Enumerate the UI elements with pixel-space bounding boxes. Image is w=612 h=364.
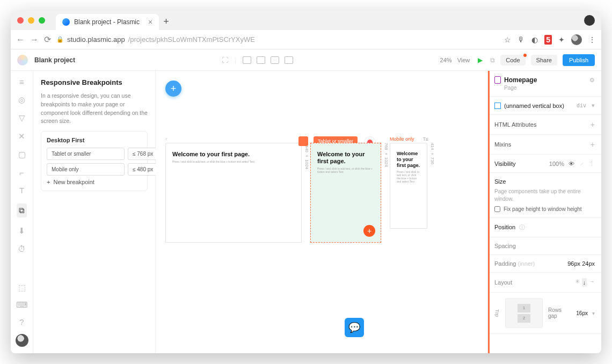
element-tag[interactable]: div xyxy=(577,103,586,108)
puzzle-icon[interactable]: ✦ xyxy=(558,35,565,44)
accent-bar xyxy=(488,71,490,353)
zoom-window-icon[interactable] xyxy=(39,17,45,24)
panel-title: Responsive Breakpoints xyxy=(41,78,148,86)
new-breakpoint-button[interactable]: + New breakpoint xyxy=(47,179,142,185)
download-icon[interactable]: ⬇ xyxy=(18,226,25,236)
page-icon xyxy=(494,76,501,84)
browser-tab[interactable]: Blank project - Plasmic × xyxy=(56,14,159,30)
rows-gap-value[interactable]: 16px xyxy=(576,310,588,316)
section-label[interactable]: Position xyxy=(494,224,515,230)
expand-icon[interactable]: ⛶ xyxy=(222,56,228,64)
section-label[interactable]: Layout xyxy=(494,279,512,286)
history-icon[interactable]: ⏱ xyxy=(18,244,26,253)
gear-icon[interactable]: ⚙ xyxy=(589,77,595,84)
atoms-icon[interactable]: ✕ xyxy=(18,132,25,141)
target-icon[interactable]: ◎ xyxy=(18,95,25,105)
extension-icons: ☆ 🎙 ◐ 5 ✦ ⋮ xyxy=(504,34,596,45)
artboard-mobile[interactable]: Mobile only T≤ Welcome to your first pag… xyxy=(390,143,427,243)
brush-icon[interactable]: ⌐ xyxy=(19,168,24,177)
share-button[interactable]: Share xyxy=(531,55,557,65)
new-tab-button[interactable]: + xyxy=(163,16,169,27)
plasmic-ext-icon[interactable]: ◐ xyxy=(531,35,538,44)
visibility-value[interactable]: 100% xyxy=(549,161,564,167)
zoom-level[interactable]: 24% xyxy=(440,57,452,63)
eye-icon[interactable]: 👁 xyxy=(569,161,574,167)
star-icon[interactable]: ☆ xyxy=(504,35,511,44)
element-name[interactable]: (unnamed vertical box) xyxy=(504,103,564,109)
tablet-view-icon[interactable] xyxy=(271,56,279,64)
page-name[interactable]: Homepage xyxy=(504,76,537,84)
ext-badge-icon[interactable]: 5 xyxy=(544,35,552,45)
layout-free-icon[interactable]: ✳ xyxy=(575,278,580,287)
layout-preview[interactable]: 1 2 xyxy=(505,298,543,328)
artboard-tablet[interactable]: Tablet or smaller Welcome to your first … xyxy=(310,143,381,243)
chevron-down-icon[interactable]: ▾ xyxy=(592,310,595,316)
design-canvas[interactable]: + ⌜ Welcome to your first page. Press / … xyxy=(156,71,487,353)
code-button[interactable]: Code xyxy=(500,55,525,65)
page-heading: Welcome to your first page. xyxy=(397,151,420,168)
drop-icon[interactable]: ▽ xyxy=(19,113,25,123)
layout-horizontal-icon[interactable]: → xyxy=(589,278,595,287)
preview-item: 1 xyxy=(518,304,530,312)
info-icon[interactable]: ⓘ xyxy=(519,224,525,230)
breakpoints-panel: Responsive Breakpoints In a responsive d… xyxy=(33,71,156,353)
close-tab-icon[interactable]: × xyxy=(148,18,152,26)
section-label: Visibility xyxy=(494,161,516,167)
kebab-icon[interactable]: ⋮ xyxy=(588,35,596,44)
publish-button[interactable]: Publish xyxy=(563,54,595,66)
favicon-icon xyxy=(62,18,70,26)
project-name[interactable]: Blank project xyxy=(34,56,75,64)
outline-icon[interactable]: ≡ xyxy=(19,77,24,86)
breakpoints-icon[interactable]: ⧉ xyxy=(17,203,27,217)
text-icon[interactable]: T xyxy=(19,186,24,195)
plasmic-logo-icon[interactable] xyxy=(17,55,28,65)
selection-handle-icon[interactable] xyxy=(298,136,308,146)
play-button[interactable]: ▶ xyxy=(475,55,485,65)
add-inside-fab[interactable]: + xyxy=(363,225,375,237)
close-window-icon[interactable] xyxy=(17,17,24,24)
image-icon[interactable]: ▢ xyxy=(18,150,26,159)
artboard-corner-icon[interactable]: ⌜ xyxy=(165,137,168,143)
help-icon[interactable]: ? xyxy=(19,317,24,326)
back-button[interactable]: ← xyxy=(16,35,25,45)
plus-icon[interactable]: + xyxy=(591,140,595,149)
browser-tab-strip: Blank project - Plasmic × + xyxy=(11,11,601,30)
reload-button[interactable]: ⟳ xyxy=(44,34,51,45)
minimize-window-icon[interactable] xyxy=(28,17,34,24)
mic-icon[interactable]: 🎙 xyxy=(518,35,525,44)
vbox-icon xyxy=(494,103,501,109)
add-element-fab[interactable]: + xyxy=(165,81,181,97)
plus-icon[interactable]: + xyxy=(591,120,595,129)
keyboard-icon[interactable]: ⌨ xyxy=(16,300,28,310)
view-menu[interactable]: View xyxy=(457,57,470,63)
address-bar[interactable]: 🔒 studio.plasmic.app/projects/pkhSLoWmNT… xyxy=(56,35,499,43)
section-label[interactable]: Mixins xyxy=(494,141,511,148)
chat-button[interactable]: 💬 xyxy=(345,318,364,337)
page-subtext: Press / and click to add text, or click … xyxy=(317,167,374,173)
kebab-icon[interactable]: ⋮ xyxy=(589,160,595,167)
bp-name-input[interactable] xyxy=(47,163,125,176)
forward-button[interactable]: → xyxy=(30,35,39,45)
window-controls[interactable] xyxy=(17,17,45,24)
split-view-icon[interactable] xyxy=(257,56,265,64)
section-label: Size xyxy=(494,178,595,185)
section-label[interactable]: Spacing xyxy=(494,243,516,249)
popout-icon[interactable]: ⧉ xyxy=(490,56,495,64)
profile-avatar[interactable] xyxy=(571,34,582,45)
chevron-down-icon[interactable]: ▾ xyxy=(592,102,595,109)
checkbox-input[interactable] xyxy=(494,206,500,212)
user-avatar[interactable] xyxy=(16,334,28,347)
fix-height-checkbox[interactable]: Fix page height to window height xyxy=(494,206,595,212)
checkbox-label: Fix page height to window height xyxy=(504,206,582,212)
rows-gap-label: Rows gap xyxy=(548,307,572,319)
mobile-view-icon[interactable] xyxy=(285,56,293,64)
section-label[interactable]: HTML Attributes xyxy=(494,121,536,128)
padding-value[interactable]: 96px 24px xyxy=(567,260,595,267)
desktop-view-icon[interactable] xyxy=(243,56,251,64)
hidden-icon[interactable]: ⟋ xyxy=(579,161,585,167)
viewport-mode-icons[interactable] xyxy=(243,56,293,64)
bp-name-input[interactable] xyxy=(47,148,125,160)
layout-vertical-icon[interactable]: ↓ xyxy=(582,278,587,287)
artboard-desktop[interactable]: ⌜ Welcome to your first page. Press / an… xyxy=(165,143,302,243)
figma-icon[interactable]: ⬚ xyxy=(18,283,26,293)
